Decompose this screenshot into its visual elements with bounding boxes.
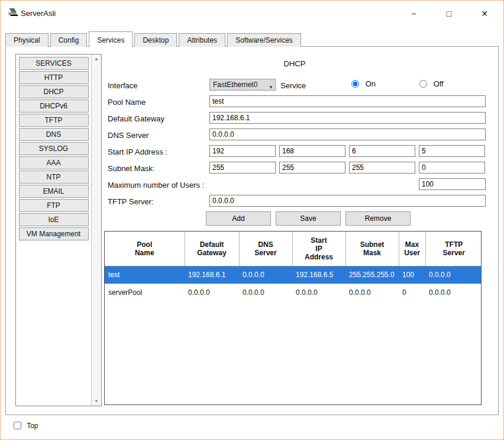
table-header-row: Pool Name Default Gateway DNS Server Sta…	[105, 232, 482, 266]
top-checkbox-label: Top	[27, 422, 38, 430]
services-sidebar: SERVICES HTTP DHCP DHCPv6 TFTP DNS SYSLO…	[15, 54, 102, 406]
cell-pool-name: serverPool	[105, 284, 185, 301]
sidebar-item-email[interactable]: EMAIL	[19, 185, 89, 198]
sidebar-header-services[interactable]: SERVICES	[19, 57, 89, 70]
subnet-mask-octet-2[interactable]	[279, 162, 345, 174]
col-header-subnet-mask: Subnet Mask	[345, 232, 399, 266]
sidebar-item-ntp[interactable]: NTP	[19, 171, 89, 184]
window-title: ServerAsli	[21, 9, 56, 18]
cell-tftp-server: 0.0.0.0	[425, 266, 482, 284]
subnet-mask-octet-1[interactable]	[209, 162, 276, 174]
service-off-option[interactable]: Off	[419, 79, 444, 88]
dhcp-panel: DHCP Interface FastEthernet0 ▼ Service O…	[104, 47, 485, 415]
cell-subnet-mask: 0.0.0.0	[345, 284, 399, 301]
sidebar-item-vm-management[interactable]: VM Management	[19, 227, 89, 240]
default-gateway-label: Default Gateway	[108, 114, 164, 123]
cell-tftp-server: 0.0.0.0	[425, 284, 482, 301]
col-header-dns-server: DNS Server	[239, 232, 292, 266]
cell-max-user: 100	[399, 266, 425, 284]
remove-button[interactable]: Remove	[345, 211, 411, 226]
col-header-max-user: Max User	[399, 232, 425, 266]
pool-name-input[interactable]	[209, 95, 486, 107]
dns-server-input[interactable]	[209, 129, 486, 140]
cell-subnet-mask: 255.255.255.0	[345, 266, 399, 284]
cell-dns-server: 0.0.0.0	[239, 266, 292, 284]
tab-attributes[interactable]: Attributes	[179, 33, 225, 47]
sidebar-item-tftp[interactable]: TFTP	[19, 114, 89, 127]
tftp-server-label: TFTP Server:	[108, 197, 154, 206]
default-gateway-input[interactable]	[209, 112, 486, 124]
start-ip-octet-2[interactable]	[279, 145, 345, 157]
start-ip-octet-4[interactable]	[419, 145, 485, 157]
sidebar-item-syslog[interactable]: SYSLOG	[19, 142, 89, 155]
col-header-default-gateway: Default Gateway	[185, 232, 239, 266]
interface-label: Interface	[108, 81, 138, 90]
sidebar-item-ftp[interactable]: FTP	[19, 199, 89, 212]
title-bar: ServerAsli − □ ✕	[1, 1, 503, 27]
sidebar-item-aaa[interactable]: AAA	[19, 156, 89, 169]
col-header-start-ip: Start IP Address	[292, 232, 345, 266]
pool-name-label: Pool Name	[108, 98, 146, 107]
interface-select-value: FastEthernet0	[213, 81, 257, 89]
service-on-radio[interactable]	[351, 80, 359, 88]
chevron-down-icon: ▼	[269, 82, 273, 91]
subnet-mask-octet-3[interactable]	[349, 162, 415, 174]
scroll-down-icon[interactable]: ▼	[92, 399, 101, 404]
minimize-button[interactable]: −	[402, 5, 425, 22]
interface-select[interactable]: FastEthernet0 ▼	[209, 79, 276, 91]
top-option[interactable]: Top	[14, 422, 38, 430]
maximize-button[interactable]: □	[437, 5, 461, 22]
table-row[interactable]: test 192.168.6.1 0.0.0.0 192.168.6.5 255…	[105, 266, 482, 284]
subnet-mask-label: Subnet Mask:	[108, 164, 155, 173]
service-off-radio[interactable]	[419, 80, 427, 88]
tab-config[interactable]: Config	[50, 33, 88, 47]
max-users-input[interactable]	[419, 178, 486, 190]
service-off-label: Off	[434, 79, 444, 88]
start-ip-octet-3[interactable]	[349, 145, 415, 157]
max-users-label: Maximum number of Users :	[108, 181, 204, 190]
cell-default-gateway: 0.0.0.0	[185, 284, 239, 301]
dhcp-pool-table: Pool Name Default Gateway DNS Server Sta…	[104, 231, 482, 405]
top-checkbox[interactable]	[14, 422, 21, 429]
add-button[interactable]: Add	[206, 211, 271, 226]
content-panel: SERVICES HTTP DHCP DHCPv6 TFTP DNS SYSLO…	[5, 46, 499, 415]
save-button[interactable]: Save	[276, 211, 341, 226]
col-header-tftp-server: TFTP Server	[425, 232, 482, 266]
start-ip-label: Start IP Address :	[108, 147, 167, 156]
cell-start-ip: 0.0.0.0	[292, 284, 345, 301]
col-header-pool-name: Pool Name	[105, 232, 185, 266]
start-ip-octet-1[interactable]	[209, 145, 276, 157]
subnet-mask-octet-4[interactable]	[419, 162, 485, 174]
cell-dns-server: 0.0.0.0	[239, 284, 292, 301]
sidebar-scrollbar[interactable]: ▲ ▼	[91, 54, 101, 406]
scroll-up-icon[interactable]: ▲	[92, 56, 101, 62]
sidebar-item-http[interactable]: HTTP	[19, 71, 89, 84]
tab-bar: Physical Config Services Desktop Attribu…	[5, 30, 499, 47]
services-list: SERVICES HTTP DHCP DHCPv6 TFTP DNS SYSLO…	[16, 54, 91, 406]
cell-max-user: 0	[399, 284, 425, 301]
page-title: DHCP	[104, 59, 485, 68]
tab-services[interactable]: Services	[89, 31, 133, 47]
sidebar-item-dhcp[interactable]: DHCP	[19, 85, 89, 98]
app-icon	[8, 7, 18, 17]
sidebar-item-dns[interactable]: DNS	[19, 128, 89, 141]
cell-default-gateway: 192.168.6.1	[185, 266, 239, 284]
close-button[interactable]: ✕	[473, 5, 496, 22]
table-row[interactable]: serverPool 0.0.0.0 0.0.0.0 0.0.0.0 0.0.0…	[105, 284, 482, 301]
sidebar-item-dhcpv6[interactable]: DHCPv6	[19, 99, 89, 113]
service-label: Service	[280, 81, 306, 90]
dns-server-label: DNS Server	[108, 131, 148, 140]
tftp-server-input[interactable]	[209, 195, 486, 207]
tab-desktop[interactable]: Desktop	[134, 33, 177, 47]
service-on-option[interactable]: On	[351, 79, 376, 88]
cell-start-ip: 192.168.6.5	[292, 266, 345, 284]
footer-bar: Top	[5, 415, 499, 440]
tab-software-services[interactable]: Software/Services	[227, 33, 301, 47]
sidebar-item-ioe[interactable]: IoE	[19, 213, 89, 226]
tab-physical[interactable]: Physical	[5, 33, 49, 47]
service-on-label: On	[366, 79, 376, 88]
device-window: ServerAsli − □ ✕ Physical Config Service…	[0, 0, 504, 440]
cell-pool-name: test	[105, 266, 185, 284]
